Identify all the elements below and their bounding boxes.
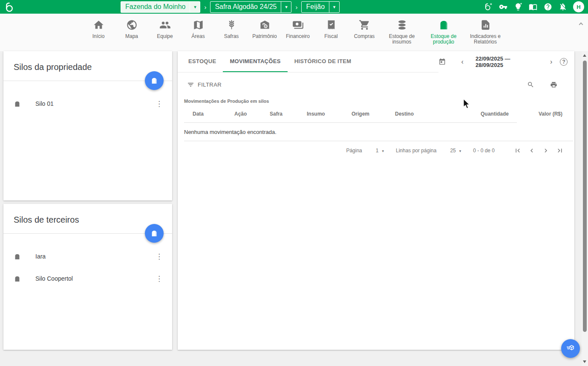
panel-toolbar: ESTOQUE MOVIMENTAÇÕES HISTÓRICO DE ITEM …	[178, 51, 574, 73]
next-week-icon[interactable]: ›	[548, 58, 555, 66]
table-caption: Movimentações de Produção em silos	[178, 88, 574, 104]
filter-icon	[187, 81, 194, 88]
card-title: Silos da propriedade	[14, 62, 162, 72]
card-header: Silos de terceiros	[3, 204, 172, 234]
silos-terceiros-card: Silos de terceiros Iara ⋮ Silo Coopertol…	[3, 204, 172, 350]
add-silo-button[interactable]	[145, 71, 164, 90]
money-icon	[284, 18, 312, 31]
aegro-logo-icon	[4, 1, 14, 13]
scroll-down-icon[interactable]	[583, 360, 586, 363]
empty-state-message: Nenhuma movimentação encontrada.	[178, 123, 574, 141]
kebab-menu-icon[interactable]: ⋮	[154, 274, 164, 283]
avatar[interactable]: H	[573, 1, 584, 12]
nav-compras[interactable]: Compras	[350, 18, 378, 51]
silo-icon	[14, 100, 21, 108]
silos-propriedade-card: Silos da propriedade Silo 01 ⋮	[3, 51, 172, 200]
nav-safras[interactable]: Safras	[217, 18, 245, 51]
book-icon[interactable]	[528, 3, 537, 12]
kebab-menu-icon[interactable]: ⋮	[154, 99, 164, 108]
prev-page-icon[interactable]	[528, 147, 536, 154]
filter-row: FILTRAR	[178, 73, 574, 88]
breadcrumb: Fazenda do Moinho ▾ › Safra Algodão 24/2…	[121, 1, 340, 13]
range-indicator: 0 - 0 de 0	[473, 148, 495, 154]
table-header-row: Data Ação Safra Insumo Origem Destino Qu…	[184, 111, 564, 122]
column-header: Ação	[234, 111, 270, 117]
prev-week-icon[interactable]: ‹	[459, 58, 466, 66]
aegro-plus-icon[interactable]	[484, 3, 493, 12]
chevron-down-icon: ▾	[459, 149, 461, 153]
column-header: Quantidade	[457, 111, 509, 117]
filter-button[interactable]: FILTRAR	[187, 81, 222, 88]
receipt-check-icon	[317, 18, 345, 31]
nav-mapa[interactable]: Mapa	[118, 18, 146, 51]
date-range-label[interactable]: 22/09/2025 — 28/09/2025	[476, 55, 538, 68]
globe-icon	[118, 18, 146, 31]
vertical-scrollbar[interactable]	[582, 51, 588, 366]
help-icon[interactable]	[543, 3, 552, 12]
table-actions	[527, 81, 557, 88]
search-icon[interactable]	[527, 81, 534, 88]
silo-icon	[150, 229, 159, 238]
nav-fiscal[interactable]: Fiscal	[317, 18, 345, 51]
nav-financeiro[interactable]: Financeiro	[284, 18, 312, 51]
rows-per-page-select[interactable]: 25▾	[450, 148, 461, 154]
tab-movimentacoes[interactable]: MOVIMENTAÇÕES	[223, 51, 287, 72]
breadcrumb-separator-icon: ›	[204, 3, 206, 11]
date-range-picker: ‹ 22/09/2025 — 28/09/2025 › ?	[438, 51, 574, 73]
print-icon[interactable]	[550, 81, 557, 88]
list-item[interactable]: Iara ⋮	[3, 245, 172, 267]
notifications-off-icon[interactable]	[558, 3, 567, 12]
scroll-up-icon[interactable]	[583, 54, 586, 57]
nav-estoque-insumos[interactable]: Estoque de insumos	[383, 18, 420, 51]
scrollbar-thumb[interactable]	[583, 61, 587, 332]
card-title: Silos de terceiros	[14, 215, 162, 225]
tab-estoque[interactable]: ESTOQUE	[182, 51, 223, 72]
content-area: Silos da propriedade Silo 01 ⋮ Silos de …	[0, 51, 588, 366]
nav-estoque-producao[interactable]: Estoque de produção	[425, 18, 462, 51]
report-chart-icon	[467, 18, 504, 31]
map-icon	[184, 18, 212, 31]
nav-indicadores[interactable]: Indicadores e Relatórios	[467, 18, 504, 51]
home-icon	[84, 18, 112, 31]
silo-icon	[14, 275, 21, 283]
chevron-down-icon[interactable]: ▾	[190, 2, 200, 12]
cube-speed-icon	[565, 343, 576, 354]
farm-selector[interactable]: Fazenda do Moinho ▾	[121, 1, 200, 13]
nav-inicio[interactable]: Início	[84, 18, 112, 51]
silo-icon	[150, 76, 159, 85]
card-header: Silos da propriedade	[3, 51, 172, 81]
first-page-icon[interactable]	[514, 147, 522, 154]
silo-icon	[14, 253, 21, 261]
top-app-bar: Fazenda do Moinho ▾ › Safra Algodão 24/2…	[0, 0, 588, 14]
tab-historico-de-item[interactable]: HISTÓRICO DE ITEM	[288, 51, 358, 72]
breadcrumb-separator-icon: ›	[295, 3, 297, 11]
nav-patrimonio[interactable]: Patrimônio	[251, 18, 279, 51]
list-item[interactable]: Silo 01 ⋮	[3, 93, 172, 115]
silo-list: Iara ⋮ Silo Coopertol ⋮	[3, 234, 172, 290]
next-page-icon[interactable]	[542, 147, 550, 154]
column-header: Insumo	[307, 111, 352, 117]
nav-areas[interactable]: Áreas	[184, 18, 212, 51]
silo-icon	[425, 18, 462, 31]
kebab-menu-icon[interactable]: ⋮	[154, 252, 164, 261]
quick-action-button[interactable]	[561, 339, 580, 358]
column-header: Origem	[352, 111, 395, 117]
last-page-icon[interactable]	[556, 147, 564, 154]
topbar-actions: H	[484, 1, 588, 12]
chevron-down-icon[interactable]: ▾	[329, 2, 339, 12]
collapse-nav-icon[interactable]	[579, 23, 585, 28]
wheat-icon	[217, 18, 245, 31]
season-selector[interactable]: Safra Algodão 24/25 ▾	[210, 1, 291, 13]
help-outline-icon[interactable]: ?	[560, 58, 568, 66]
nav-equipe[interactable]: Equipe	[151, 18, 179, 51]
crop-selector[interactable]: Feijão ▾	[301, 1, 340, 13]
calendar-icon[interactable]	[438, 58, 446, 66]
column-header: Destino	[395, 111, 457, 117]
chevron-down-icon[interactable]: ▾	[281, 2, 291, 12]
add-third-party-silo-button[interactable]	[145, 224, 164, 243]
chevron-down-icon: ▾	[382, 149, 384, 153]
lightbulb-plus-icon[interactable]	[513, 3, 522, 12]
list-item[interactable]: Silo Coopertol ⋮	[3, 267, 172, 290]
key-icon[interactable]	[499, 3, 507, 12]
page-select[interactable]: 1▾	[376, 148, 384, 154]
